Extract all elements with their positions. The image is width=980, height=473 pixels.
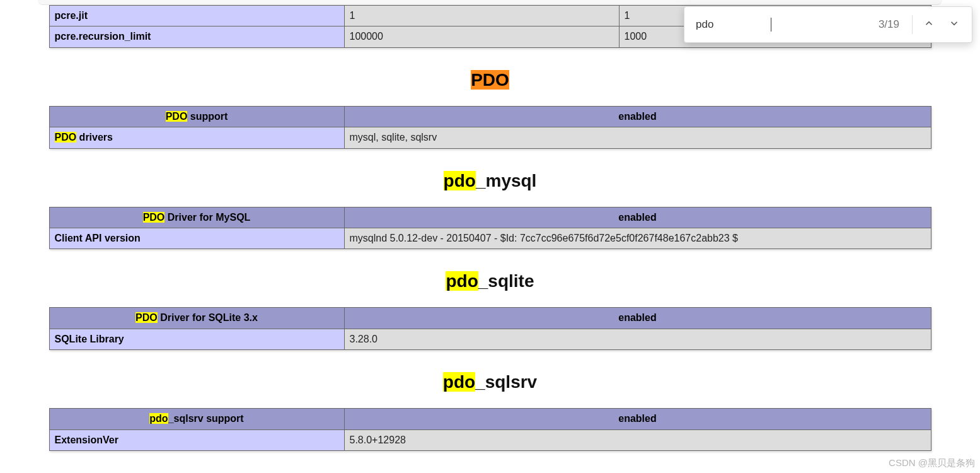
row-name-rest: Client API version [55, 233, 141, 243]
search-highlight: PDO [166, 111, 188, 122]
search-highlight: PDO [135, 312, 158, 323]
row-name-rest: drivers [76, 132, 113, 143]
search-highlight: pdo [446, 271, 478, 291]
section-table-pdo_sqlsrv: pdo_sqlsrv supportenabledExtensionVer5.8… [49, 408, 931, 451]
header-right: enabled [344, 207, 931, 228]
find-in-page-bar: 3/19 [684, 6, 972, 43]
row-value: 3.28.0 [344, 329, 931, 349]
find-input[interactable] [696, 17, 771, 32]
section-table-pdo_mysql: PDO Driver for MySQLenabledClient API ve… [49, 207, 931, 250]
find-match-count: 3/19 [879, 18, 899, 31]
header-left: pdo_sqlsrv support [49, 409, 344, 429]
row-value: 5.8.0+12928 [344, 429, 931, 450]
directive-local-value: 100000 [344, 26, 619, 47]
heading-rest: _sqlsrv [475, 372, 537, 392]
row-name: SQLite Library [49, 329, 344, 349]
search-highlight: PDO [471, 70, 509, 90]
header-left-rest: _sqlsrv support [168, 413, 244, 424]
table-row: ExtensionVer5.8.0+12928 [49, 429, 931, 450]
directive-name: pcre.jit [49, 6, 344, 26]
section-table-pdo: PDO supportenabledPDO driversmysql, sqli… [49, 106, 931, 149]
search-highlight: pdo [444, 171, 476, 190]
section-heading-pdo: PDO [49, 70, 931, 90]
divider [912, 15, 913, 34]
table-header-row: PDO Driver for SQLite 3.xenabled [49, 308, 931, 329]
browser-chrome-hint [38, 0, 942, 5]
section-table-pdo_sqlite: PDO Driver for SQLite 3.xenabledSQLite L… [49, 307, 931, 350]
table-row: SQLite Library3.28.0 [49, 329, 931, 349]
find-input-wrap[interactable] [696, 17, 879, 32]
find-next-button[interactable] [942, 12, 967, 37]
search-highlight: pdo [149, 413, 168, 424]
section-heading-pdo_sqlsrv: pdo_sqlsrv [49, 372, 931, 392]
search-highlight: pdo [443, 372, 475, 392]
row-name-rest: ExtensionVer [55, 435, 118, 445]
directive-name: pcre.recursion_limit [49, 26, 344, 47]
directive-local-value: 1 [344, 6, 619, 26]
row-name: PDO drivers [49, 127, 344, 148]
header-left-rest: Driver for SQLite 3.x [158, 312, 258, 323]
heading-rest: _sqlite [478, 271, 534, 291]
search-highlight: PDO [55, 132, 77, 143]
heading-rest: _mysql [476, 171, 537, 190]
header-left: PDO support [49, 106, 344, 127]
header-left-rest: support [187, 111, 228, 122]
header-left-rest: Driver for MySQL [164, 212, 250, 223]
search-highlight: PDO [143, 212, 165, 223]
row-name: Client API version [49, 228, 344, 248]
header-right: enabled [344, 409, 931, 429]
header-right: enabled [344, 308, 931, 329]
section-heading-pdo_mysql: pdo_mysql [49, 171, 931, 191]
phpinfo-content: pcre.jit11pcre.recursion_limit1000001000… [49, 5, 931, 451]
row-name: ExtensionVer [49, 429, 344, 450]
row-value: mysqlnd 5.0.12-dev - 20150407 - $Id: 7cc… [344, 228, 931, 248]
header-right: enabled [344, 106, 931, 127]
table-row: Client API versionmysqlnd 5.0.12-dev - 2… [49, 228, 931, 248]
table-row: PDO driversmysql, sqlite, sqlsrv [49, 127, 931, 148]
find-prev-button[interactable] [916, 12, 942, 37]
table-header-row: PDO supportenabled [49, 106, 931, 127]
chevron-up-icon [923, 18, 935, 32]
row-value: mysql, sqlite, sqlsrv [344, 127, 931, 148]
section-heading-pdo_sqlite: pdo_sqlite [49, 271, 931, 291]
header-left: PDO Driver for SQLite 3.x [49, 308, 344, 329]
text-caret [771, 18, 771, 32]
table-header-row: pdo_sqlsrv supportenabled [49, 409, 931, 429]
table-header-row: PDO Driver for MySQLenabled [49, 207, 931, 228]
row-name-rest: SQLite Library [55, 334, 124, 344]
header-left: PDO Driver for MySQL [49, 207, 344, 228]
chevron-down-icon [948, 18, 960, 32]
